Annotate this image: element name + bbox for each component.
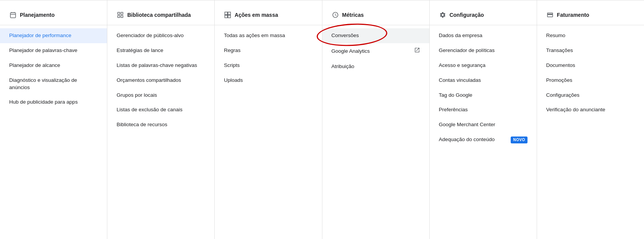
column-configuracao: Configuração Dados da empresa Gerenciado… bbox=[430, 0, 537, 239]
svg-rect-10 bbox=[225, 15, 228, 18]
header-configuracao-label: Configuração bbox=[450, 12, 484, 18]
header-planejamento: Planejamento bbox=[0, 8, 107, 25]
menu-item-acesso-seguranca[interactable]: Acesso e segurança bbox=[430, 58, 537, 73]
menu-item-orcamentos[interactable]: Orçamentos compartilhados bbox=[107, 73, 214, 88]
menu-item-label: Verificação do anunciante bbox=[546, 106, 635, 114]
menu-item-label: Biblioteca de recursos bbox=[117, 121, 205, 128]
header-metricas-label: Métricas bbox=[342, 12, 364, 18]
menu-item-biblioteca-recursos[interactable]: Biblioteca de recursos bbox=[107, 117, 214, 132]
menu-item-regras[interactable]: Regras bbox=[215, 43, 322, 58]
menu-item-label: Planejador de palavras-chave bbox=[9, 47, 98, 54]
menu-item-atribuicao[interactable]: Atribuição bbox=[322, 59, 429, 74]
menu-item-label: Preferências bbox=[439, 106, 527, 114]
menu-item-google-analytics[interactable]: Google Analytics bbox=[322, 43, 429, 59]
menu-item-label: Promoções bbox=[546, 77, 635, 84]
menu-item-label: Acesso e segurança bbox=[439, 62, 527, 69]
header-biblioteca-label: Biblioteca compartilhada bbox=[127, 12, 191, 18]
menu-item-estrategias-lance[interactable]: Estratégias de lance bbox=[107, 43, 214, 58]
menu-item-label: Diagnóstico e visualização de anúncios bbox=[9, 77, 98, 91]
header-faturamento: Faturamento bbox=[537, 8, 644, 25]
menu-item-label: Todas as ações em massa bbox=[224, 32, 312, 39]
svg-rect-9 bbox=[228, 12, 231, 15]
menu-item-contas-vinculadas[interactable]: Contas vinculadas bbox=[430, 73, 537, 88]
menu-item-label: Resumo bbox=[546, 32, 635, 39]
menu-item-conversoes[interactable]: Conversões bbox=[322, 28, 429, 43]
svg-rect-5 bbox=[121, 12, 123, 14]
menu-item-google-merchant-center[interactable]: Google Merchant Center bbox=[430, 117, 537, 132]
menu-item-diagnostico[interactable]: Diagnóstico e visualização de anúncios bbox=[0, 73, 107, 95]
menu-item-label: Planejador de alcance bbox=[9, 62, 98, 69]
menu-item-label: Planejador de performance bbox=[9, 32, 98, 39]
menu-item-grupos-locais[interactable]: Grupos por locais bbox=[107, 88, 214, 103]
menu-item-label: Hub de publicidade para apps bbox=[9, 99, 98, 106]
novo-badge: NOVO bbox=[511, 137, 527, 143]
svg-rect-7 bbox=[121, 16, 123, 18]
header-faturamento-label: Faturamento bbox=[557, 12, 589, 18]
external-link-icon bbox=[414, 47, 420, 55]
billing-icon bbox=[546, 11, 554, 19]
svg-rect-0 bbox=[10, 13, 16, 18]
menu-item-label: Documentos bbox=[546, 62, 635, 69]
menu-item-promocoes[interactable]: Promoções bbox=[537, 73, 644, 88]
menu-item-label: Configurações bbox=[546, 92, 635, 99]
menu-item-label: Google Analytics bbox=[332, 48, 414, 55]
header-metricas: Métricas bbox=[322, 8, 429, 25]
menu-item-label: Conversões bbox=[332, 32, 420, 39]
menu-item-label: Gerenciador de políticas bbox=[439, 47, 527, 54]
metrics-icon bbox=[332, 11, 339, 19]
menu-item-label: Uploads bbox=[224, 77, 312, 84]
menu-item-configuracoes[interactable]: Configurações bbox=[537, 88, 644, 103]
menu-item-tag-google[interactable]: Tag do Google bbox=[430, 88, 537, 103]
svg-rect-6 bbox=[118, 16, 120, 18]
menu-item-label: Tag do Google bbox=[439, 92, 527, 99]
menu-item-gerenciador-politicas[interactable]: Gerenciador de políticas bbox=[430, 43, 537, 58]
gear-icon bbox=[439, 11, 447, 19]
menu-item-label: Transações bbox=[546, 47, 635, 54]
menu-item-label: Google Merchant Center bbox=[439, 121, 527, 128]
menu-item-label: Atribuição bbox=[332, 63, 420, 70]
menu-item-transacoes[interactable]: Transações bbox=[537, 43, 644, 58]
menu-item-todas-acoes[interactable]: Todas as ações em massa bbox=[215, 28, 322, 43]
menu-item-verificacao-anunciante[interactable]: Verificação do anunciante bbox=[537, 102, 644, 117]
menu-item-label: Orçamentos compartilhados bbox=[117, 77, 205, 84]
menu-item-listas-exclusao[interactable]: Listas de exclusão de canais bbox=[107, 102, 214, 117]
menu-item-label: Adequação do conteúdo bbox=[439, 136, 508, 143]
menu-item-label: Listas de exclusão de canais bbox=[117, 106, 205, 114]
svg-rect-11 bbox=[228, 15, 231, 18]
menu-item-label: Contas vinculadas bbox=[439, 77, 527, 84]
menu-item-documentos[interactable]: Documentos bbox=[537, 58, 644, 73]
menu-item-scripts[interactable]: Scripts bbox=[215, 58, 322, 73]
column-faturamento: Faturamento Resumo Transações Documentos… bbox=[537, 0, 644, 239]
conversoes-wrapper: Conversões bbox=[322, 28, 429, 43]
menu-item-gerenciador-publicos[interactable]: Gerenciador de públicos-alvo bbox=[107, 28, 214, 43]
menu-item-dados-empresa[interactable]: Dados da empresa bbox=[430, 28, 537, 43]
menu-item-listas-palavras-chave[interactable]: Listas de palavras-chave negativas bbox=[107, 58, 214, 73]
menu-item-planejador-performance[interactable]: Planejador de performance bbox=[0, 28, 107, 43]
menu-item-label: Gerenciador de públicos-alvo bbox=[117, 32, 205, 39]
menu-item-label: Regras bbox=[224, 47, 312, 54]
column-planejamento: Planejamento Planejador de performance P… bbox=[0, 0, 107, 239]
actions-icon bbox=[224, 11, 231, 19]
menu-container: Planejamento Planejador de performance P… bbox=[0, 0, 644, 239]
column-biblioteca: Biblioteca compartilhada Gerenciador de … bbox=[107, 0, 215, 239]
menu-item-adequacao-conteudo[interactable]: Adequação do conteúdo NOVO bbox=[430, 132, 537, 147]
menu-item-resumo[interactable]: Resumo bbox=[537, 28, 644, 43]
menu-item-label: Scripts bbox=[224, 62, 312, 69]
menu-item-label: Estratégias de lance bbox=[117, 47, 205, 54]
column-acoes: Ações em massa Todas as ações em massa R… bbox=[215, 0, 322, 239]
menu-item-uploads[interactable]: Uploads bbox=[215, 73, 322, 88]
column-metricas: Métricas Conversões Google Analytics Atr… bbox=[322, 0, 430, 239]
menu-item-label: Grupos por locais bbox=[117, 92, 205, 99]
menu-item-hub-publicidade[interactable]: Hub de publicidade para apps bbox=[0, 95, 107, 110]
header-configuracao: Configuração bbox=[430, 8, 537, 25]
menu-item-planejador-alcance[interactable]: Planejador de alcance bbox=[0, 58, 107, 73]
menu-item-label: Dados da empresa bbox=[439, 32, 527, 39]
menu-item-preferencias[interactable]: Preferências bbox=[430, 102, 537, 117]
header-acoes: Ações em massa bbox=[215, 8, 322, 25]
menu-item-label: Listas de palavras-chave negativas bbox=[117, 62, 205, 69]
svg-rect-8 bbox=[225, 12, 228, 15]
calendar-icon bbox=[9, 11, 17, 19]
header-biblioteca: Biblioteca compartilhada bbox=[107, 8, 214, 25]
menu-item-planejador-palavras-chave[interactable]: Planejador de palavras-chave bbox=[0, 43, 107, 58]
svg-rect-4 bbox=[118, 12, 120, 14]
